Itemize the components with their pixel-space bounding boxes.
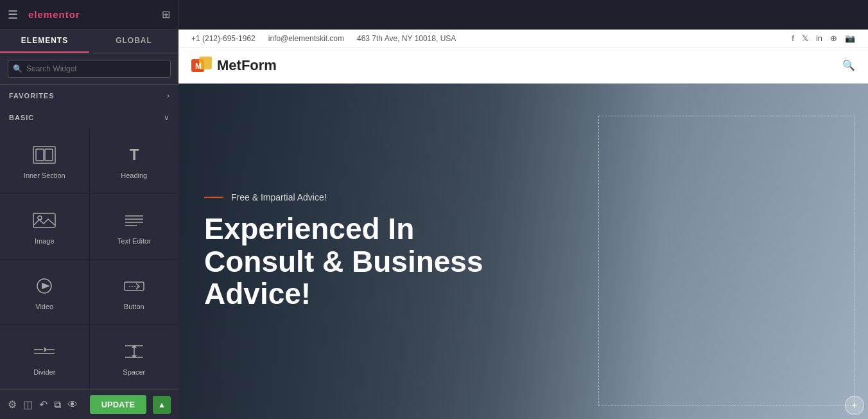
svg-text:M: M (195, 62, 202, 71)
widget-divider[interactable]: Divider (0, 325, 89, 389)
search-wrapper: 🔍 (8, 60, 171, 78)
globe-icon[interactable]: ⊕ (830, 33, 837, 43)
image-icon (33, 211, 56, 232)
svg-rect-4 (33, 213, 55, 227)
button-icon (123, 277, 146, 298)
contact-right: f 𝕏 in ⊕ 📷 (792, 33, 855, 43)
twitter-icon[interactable]: 𝕏 (802, 33, 808, 43)
inner-section-icon (33, 146, 56, 166)
divider-label: Divider (33, 368, 55, 376)
site-logo-text: MetForm (217, 57, 277, 74)
grid-icon[interactable]: ⊞ (162, 8, 170, 21)
add-element-button[interactable]: + (845, 396, 864, 415)
divider-icon (33, 343, 56, 363)
spacer-icon (123, 343, 146, 363)
basic-label: BASIC (9, 114, 34, 121)
main-layout: ELEMENTS GLOBAL 🔍 FAVORITES › BASIC ∨ (0, 30, 868, 419)
site-search-icon[interactable]: 🔍 (842, 59, 855, 71)
email-text: info@elementskit.com (268, 34, 344, 43)
hamburger-icon[interactable]: ☰ (8, 8, 18, 22)
tab-elements[interactable]: ELEMENTS (0, 30, 89, 53)
text-editor-icon (123, 211, 146, 232)
hero-title: Experienced InConsult & BusinessAdvice! (204, 213, 483, 310)
tab-global[interactable]: GLOBAL (89, 30, 178, 53)
image-label: Image (35, 237, 55, 245)
svg-rect-2 (45, 149, 53, 161)
hero-line-decoration (204, 197, 223, 198)
widget-inner-section[interactable]: Inner Section (0, 129, 89, 193)
heading-label: Heading (121, 172, 147, 179)
widgets-grid: Inner Section T Heading (0, 129, 178, 389)
spacer-label: Spacer (123, 368, 145, 376)
inner-section-label: Inner Section (24, 172, 65, 179)
sidebar: ELEMENTS GLOBAL 🔍 FAVORITES › BASIC ∨ (0, 30, 178, 419)
settings-icon[interactable]: ⚙ (8, 398, 17, 411)
svg-marker-11 (42, 283, 50, 289)
top-bar-left: ☰ elementor ⊞ (0, 0, 178, 29)
favorites-label: FAVORITES (9, 92, 55, 100)
sidebar-bottom: ⚙ ◫ ↶ ⧉ 👁 UPDATE ▲ (0, 389, 178, 419)
selection-box: + (598, 116, 855, 406)
svg-rect-1 (36, 149, 44, 161)
widget-heading[interactable]: T Heading (90, 129, 179, 193)
svg-point-5 (38, 216, 42, 220)
contact-left: +1 (212)-695-1962 info@elementskit.com 4… (191, 34, 456, 43)
button-label: Button (124, 303, 144, 310)
svg-text:T: T (129, 146, 139, 163)
basic-section-header[interactable]: BASIC ∨ (0, 107, 178, 129)
history-icon[interactable]: ↶ (39, 398, 48, 411)
facebook-icon[interactable]: f (792, 33, 794, 43)
update-button[interactable]: UPDATE (90, 395, 146, 414)
basic-arrow: ∨ (164, 113, 169, 122)
widget-button[interactable]: Button (90, 260, 179, 325)
site-nav-bar: M MetForm 🔍 (178, 48, 868, 84)
address-text: 463 7th Ave, NY 10018, USA (357, 34, 456, 43)
widget-image[interactable]: Image (0, 194, 89, 259)
hero-subtitle: Free & Impartial Advice! (204, 192, 483, 202)
phone-text: +1 (212)-695-1962 (191, 34, 256, 43)
video-label: Video (35, 303, 53, 310)
text-editor-label: Text Editor (117, 237, 151, 245)
widget-text-editor[interactable]: Text Editor (90, 194, 179, 259)
svg-marker-15 (44, 347, 47, 352)
sidebar-tabs: ELEMENTS GLOBAL (0, 30, 178, 53)
elementor-logo: elementor (28, 9, 80, 20)
widget-spacer[interactable]: Spacer (90, 325, 179, 389)
layers-icon[interactable]: ◫ (23, 398, 33, 411)
search-box: 🔍 (0, 53, 178, 85)
favorites-arrow: › (167, 91, 169, 100)
search-input[interactable] (8, 60, 171, 78)
search-icon: 🔍 (13, 64, 22, 73)
linkedin-icon[interactable]: in (816, 33, 822, 43)
contact-bar: +1 (212)-695-1962 info@elementskit.com 4… (178, 30, 868, 48)
site-logo: M MetForm (191, 57, 277, 75)
hero-section: Free & Impartial Advice! Experienced InC… (178, 84, 868, 419)
video-icon (33, 277, 56, 298)
hero-subtitle-text: Free & Impartial Advice! (231, 192, 327, 202)
update-arrow-button[interactable]: ▲ (153, 396, 171, 414)
canvas: +1 (212)-695-1962 info@elementskit.com 4… (178, 30, 868, 419)
favorites-section-header[interactable]: FAVORITES › (0, 85, 178, 107)
duplicate-icon[interactable]: ⧉ (54, 399, 61, 411)
preview-icon[interactable]: 👁 (67, 399, 78, 411)
widget-video[interactable]: Video (0, 260, 89, 325)
metform-logo-icon: M (191, 57, 212, 75)
instagram-icon[interactable]: 📷 (845, 33, 855, 43)
hero-content: Free & Impartial Advice! Experienced InC… (204, 192, 483, 310)
top-bar: ☰ elementor ⊞ (0, 0, 868, 30)
heading-icon: T (123, 146, 146, 166)
